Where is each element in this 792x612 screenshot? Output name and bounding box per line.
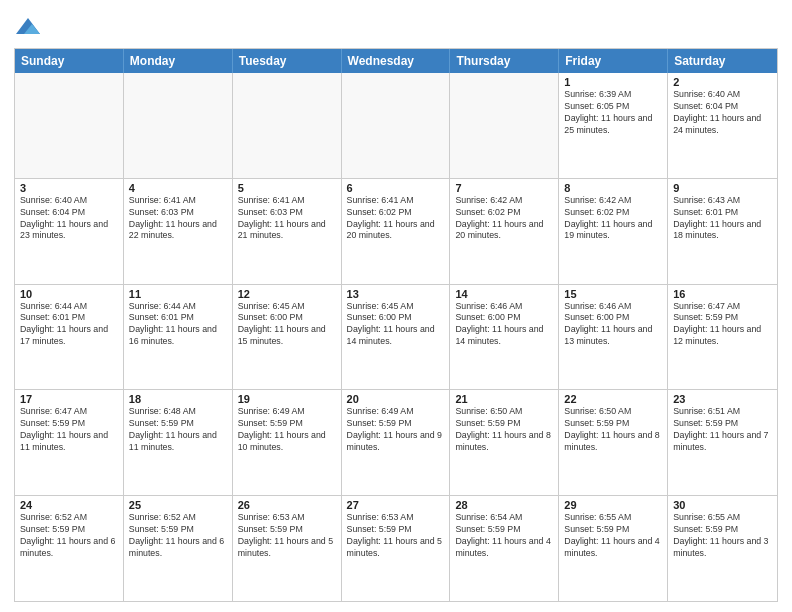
calendar-cell: 17Sunrise: 6:47 AM Sunset: 5:59 PM Dayli… xyxy=(15,390,124,495)
calendar-header: SundayMondayTuesdayWednesdayThursdayFrid… xyxy=(15,49,777,73)
calendar-cell: 3Sunrise: 6:40 AM Sunset: 6:04 PM Daylig… xyxy=(15,179,124,284)
day-detail: Sunrise: 6:55 AM Sunset: 5:59 PM Dayligh… xyxy=(673,512,772,560)
day-detail: Sunrise: 6:48 AM Sunset: 5:59 PM Dayligh… xyxy=(129,406,227,454)
calendar-body: 1Sunrise: 6:39 AM Sunset: 6:05 PM Daylig… xyxy=(15,73,777,601)
header-day-monday: Monday xyxy=(124,49,233,73)
day-number: 22 xyxy=(564,393,662,405)
calendar-cell: 27Sunrise: 6:53 AM Sunset: 5:59 PM Dayli… xyxy=(342,496,451,601)
day-detail: Sunrise: 6:41 AM Sunset: 6:02 PM Dayligh… xyxy=(347,195,445,243)
header-day-tuesday: Tuesday xyxy=(233,49,342,73)
calendar-cell: 24Sunrise: 6:52 AM Sunset: 5:59 PM Dayli… xyxy=(15,496,124,601)
calendar-cell: 12Sunrise: 6:45 AM Sunset: 6:00 PM Dayli… xyxy=(233,285,342,390)
day-number: 13 xyxy=(347,288,445,300)
header-day-saturday: Saturday xyxy=(668,49,777,73)
calendar-cell: 7Sunrise: 6:42 AM Sunset: 6:02 PM Daylig… xyxy=(450,179,559,284)
day-detail: Sunrise: 6:46 AM Sunset: 6:00 PM Dayligh… xyxy=(564,301,662,349)
day-detail: Sunrise: 6:55 AM Sunset: 5:59 PM Dayligh… xyxy=(564,512,662,560)
day-number: 12 xyxy=(238,288,336,300)
calendar-cell: 25Sunrise: 6:52 AM Sunset: 5:59 PM Dayli… xyxy=(124,496,233,601)
page: SundayMondayTuesdayWednesdayThursdayFrid… xyxy=(0,0,792,612)
day-detail: Sunrise: 6:50 AM Sunset: 5:59 PM Dayligh… xyxy=(564,406,662,454)
day-number: 10 xyxy=(20,288,118,300)
calendar-cell: 8Sunrise: 6:42 AM Sunset: 6:02 PM Daylig… xyxy=(559,179,668,284)
day-detail: Sunrise: 6:40 AM Sunset: 6:04 PM Dayligh… xyxy=(20,195,118,243)
calendar-row-1: 3Sunrise: 6:40 AM Sunset: 6:04 PM Daylig… xyxy=(15,178,777,284)
day-number: 6 xyxy=(347,182,445,194)
calendar-cell: 29Sunrise: 6:55 AM Sunset: 5:59 PM Dayli… xyxy=(559,496,668,601)
header xyxy=(14,10,778,42)
day-detail: Sunrise: 6:41 AM Sunset: 6:03 PM Dayligh… xyxy=(238,195,336,243)
header-day-thursday: Thursday xyxy=(450,49,559,73)
day-detail: Sunrise: 6:39 AM Sunset: 6:05 PM Dayligh… xyxy=(564,89,662,137)
day-detail: Sunrise: 6:40 AM Sunset: 6:04 PM Dayligh… xyxy=(673,89,772,137)
calendar-cell xyxy=(233,73,342,178)
day-number: 5 xyxy=(238,182,336,194)
day-detail: Sunrise: 6:45 AM Sunset: 6:00 PM Dayligh… xyxy=(347,301,445,349)
day-number: 1 xyxy=(564,76,662,88)
day-number: 8 xyxy=(564,182,662,194)
calendar-cell: 23Sunrise: 6:51 AM Sunset: 5:59 PM Dayli… xyxy=(668,390,777,495)
calendar-cell: 4Sunrise: 6:41 AM Sunset: 6:03 PM Daylig… xyxy=(124,179,233,284)
day-number: 11 xyxy=(129,288,227,300)
day-number: 4 xyxy=(129,182,227,194)
calendar-row-2: 10Sunrise: 6:44 AM Sunset: 6:01 PM Dayli… xyxy=(15,284,777,390)
day-number: 17 xyxy=(20,393,118,405)
calendar-cell xyxy=(450,73,559,178)
day-detail: Sunrise: 6:47 AM Sunset: 5:59 PM Dayligh… xyxy=(673,301,772,349)
calendar-cell: 16Sunrise: 6:47 AM Sunset: 5:59 PM Dayli… xyxy=(668,285,777,390)
day-detail: Sunrise: 6:54 AM Sunset: 5:59 PM Dayligh… xyxy=(455,512,553,560)
day-number: 18 xyxy=(129,393,227,405)
day-detail: Sunrise: 6:51 AM Sunset: 5:59 PM Dayligh… xyxy=(673,406,772,454)
header-day-sunday: Sunday xyxy=(15,49,124,73)
day-number: 21 xyxy=(455,393,553,405)
calendar-cell: 15Sunrise: 6:46 AM Sunset: 6:00 PM Dayli… xyxy=(559,285,668,390)
calendar-cell: 2Sunrise: 6:40 AM Sunset: 6:04 PM Daylig… xyxy=(668,73,777,178)
day-number: 23 xyxy=(673,393,772,405)
calendar-cell: 5Sunrise: 6:41 AM Sunset: 6:03 PM Daylig… xyxy=(233,179,342,284)
day-detail: Sunrise: 6:53 AM Sunset: 5:59 PM Dayligh… xyxy=(238,512,336,560)
day-detail: Sunrise: 6:52 AM Sunset: 5:59 PM Dayligh… xyxy=(20,512,118,560)
day-detail: Sunrise: 6:45 AM Sunset: 6:00 PM Dayligh… xyxy=(238,301,336,349)
day-number: 30 xyxy=(673,499,772,511)
calendar-cell: 18Sunrise: 6:48 AM Sunset: 5:59 PM Dayli… xyxy=(124,390,233,495)
day-detail: Sunrise: 6:46 AM Sunset: 6:00 PM Dayligh… xyxy=(455,301,553,349)
day-detail: Sunrise: 6:53 AM Sunset: 5:59 PM Dayligh… xyxy=(347,512,445,560)
calendar-cell: 13Sunrise: 6:45 AM Sunset: 6:00 PM Dayli… xyxy=(342,285,451,390)
day-number: 24 xyxy=(20,499,118,511)
logo xyxy=(14,14,46,42)
day-detail: Sunrise: 6:42 AM Sunset: 6:02 PM Dayligh… xyxy=(564,195,662,243)
day-number: 27 xyxy=(347,499,445,511)
day-number: 14 xyxy=(455,288,553,300)
day-number: 9 xyxy=(673,182,772,194)
header-day-wednesday: Wednesday xyxy=(342,49,451,73)
day-number: 25 xyxy=(129,499,227,511)
calendar-cell: 21Sunrise: 6:50 AM Sunset: 5:59 PM Dayli… xyxy=(450,390,559,495)
day-detail: Sunrise: 6:44 AM Sunset: 6:01 PM Dayligh… xyxy=(20,301,118,349)
day-detail: Sunrise: 6:49 AM Sunset: 5:59 PM Dayligh… xyxy=(347,406,445,454)
day-number: 20 xyxy=(347,393,445,405)
calendar-cell: 9Sunrise: 6:43 AM Sunset: 6:01 PM Daylig… xyxy=(668,179,777,284)
day-number: 2 xyxy=(673,76,772,88)
calendar-cell: 10Sunrise: 6:44 AM Sunset: 6:01 PM Dayli… xyxy=(15,285,124,390)
day-number: 26 xyxy=(238,499,336,511)
calendar-cell: 19Sunrise: 6:49 AM Sunset: 5:59 PM Dayli… xyxy=(233,390,342,495)
calendar-cell: 30Sunrise: 6:55 AM Sunset: 5:59 PM Dayli… xyxy=(668,496,777,601)
day-number: 19 xyxy=(238,393,336,405)
calendar-cell xyxy=(15,73,124,178)
calendar-cell: 14Sunrise: 6:46 AM Sunset: 6:00 PM Dayli… xyxy=(450,285,559,390)
day-detail: Sunrise: 6:47 AM Sunset: 5:59 PM Dayligh… xyxy=(20,406,118,454)
calendar-cell: 26Sunrise: 6:53 AM Sunset: 5:59 PM Dayli… xyxy=(233,496,342,601)
day-number: 15 xyxy=(564,288,662,300)
day-number: 28 xyxy=(455,499,553,511)
day-detail: Sunrise: 6:49 AM Sunset: 5:59 PM Dayligh… xyxy=(238,406,336,454)
calendar: SundayMondayTuesdayWednesdayThursdayFrid… xyxy=(14,48,778,602)
logo-icon xyxy=(14,14,42,42)
calendar-cell xyxy=(124,73,233,178)
day-detail: Sunrise: 6:52 AM Sunset: 5:59 PM Dayligh… xyxy=(129,512,227,560)
day-number: 16 xyxy=(673,288,772,300)
day-detail: Sunrise: 6:50 AM Sunset: 5:59 PM Dayligh… xyxy=(455,406,553,454)
day-number: 7 xyxy=(455,182,553,194)
calendar-row-4: 24Sunrise: 6:52 AM Sunset: 5:59 PM Dayli… xyxy=(15,495,777,601)
calendar-cell: 11Sunrise: 6:44 AM Sunset: 6:01 PM Dayli… xyxy=(124,285,233,390)
calendar-row-3: 17Sunrise: 6:47 AM Sunset: 5:59 PM Dayli… xyxy=(15,389,777,495)
